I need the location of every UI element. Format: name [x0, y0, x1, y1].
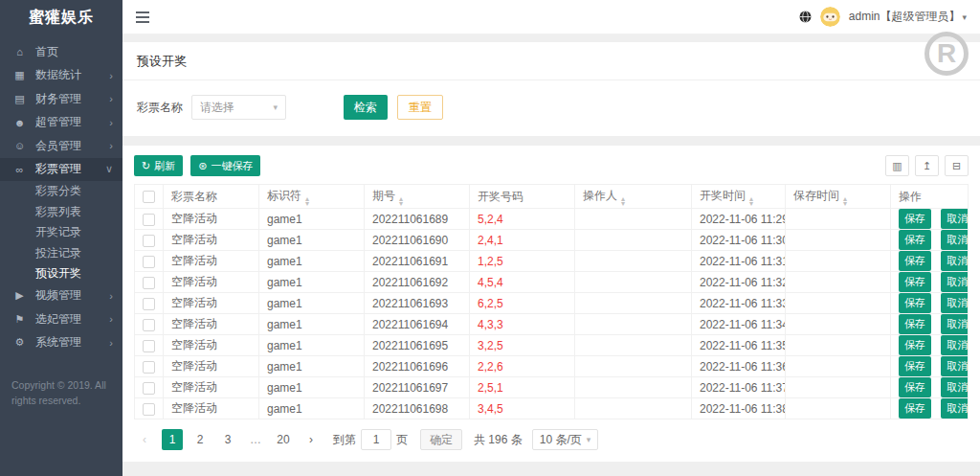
sidebar-item[interactable]: ☻ 超管管理 ›	[0, 111, 122, 135]
sort-icon[interactable]: ▴▾	[305, 196, 309, 206]
column-header[interactable]: 保存时间▴▾	[786, 185, 891, 209]
sort-icon[interactable]: ▴▾	[399, 196, 403, 206]
sidebar-item[interactable]: ⌂ 首页	[0, 40, 122, 64]
prev-page-button[interactable]: ‹	[134, 429, 155, 450]
sidebar-subitem[interactable]: 彩票列表	[0, 202, 122, 223]
row-checkbox[interactable]	[143, 361, 155, 374]
refresh-button[interactable]: ↻ 刷新	[134, 155, 183, 176]
sidebar-item[interactable]: ☺ 会员管理 ›	[0, 134, 122, 158]
row-cancel-button[interactable]: 取消	[941, 398, 968, 419]
row-checkbox[interactable]	[143, 403, 155, 416]
reset-button[interactable]: 重置	[397, 95, 443, 120]
sidebar-subitem[interactable]: 投注记录	[0, 243, 122, 264]
page-number[interactable]: 20	[273, 429, 294, 450]
row-save-button[interactable]: 保存	[899, 230, 931, 250]
cell-draw-time: 2022-11-06 11:31:02	[692, 251, 786, 272]
cell-draw-numbers: 5,2,4	[470, 209, 575, 230]
menu-toggle-icon[interactable]	[136, 11, 149, 23]
row-cancel-button[interactable]: 取消	[941, 272, 968, 292]
table-row: 空降活动 game1 202211061690 2,4,1 2022-11-06…	[135, 230, 969, 251]
row-cancel-button[interactable]: 取消	[941, 230, 968, 250]
user-menu[interactable]: admin【超级管理员】▾	[849, 9, 967, 25]
jump-page-input[interactable]	[361, 429, 391, 450]
search-button[interactable]: 检索	[344, 95, 388, 120]
sidebar-item[interactable]: ⚑ 选妃管理 ›	[0, 307, 122, 331]
language-icon[interactable]	[799, 11, 812, 23]
sort-icon[interactable]: ▴▾	[749, 196, 753, 206]
sidebar-item[interactable]: ▤ 财务管理 ›	[0, 87, 122, 111]
row-checkbox[interactable]	[143, 235, 155, 247]
sidebar-subitem[interactable]: 开奖记录	[0, 222, 122, 243]
cell-draw-numbers: 4,3,3	[470, 314, 575, 335]
sort-icon[interactable]: ▴▾	[621, 196, 625, 206]
cell-operator	[575, 398, 692, 419]
refresh-icon: ↻	[142, 160, 150, 172]
chevron-icon: ›	[109, 93, 113, 104]
row-save-button[interactable]: 保存	[899, 398, 931, 419]
sidebar-item[interactable]: ∞ 彩票管理 ∨	[0, 158, 122, 182]
avatar[interactable]	[820, 7, 840, 27]
confirm-button[interactable]: 确定	[420, 429, 462, 450]
cell-lottery-name: 空降活动	[164, 293, 259, 314]
row-checkbox[interactable]	[143, 382, 155, 395]
column-header: 彩票名称	[164, 185, 259, 209]
row-save-button[interactable]: 保存	[899, 335, 931, 355]
row-save-button[interactable]: 保存	[899, 377, 931, 397]
row-save-button[interactable]: 保存	[899, 314, 931, 334]
chevron-icon: ›	[109, 140, 113, 151]
print-icon[interactable]: ⊟	[945, 155, 969, 176]
row-save-button[interactable]: 保存	[899, 272, 931, 292]
sidebar-item[interactable]: ⚙ 系统管理 ›	[0, 331, 122, 355]
row-cancel-button[interactable]: 取消	[941, 209, 968, 229]
cell-operator	[575, 335, 692, 356]
row-save-button[interactable]: 保存	[899, 251, 931, 271]
row-save-button[interactable]: 保存	[899, 209, 931, 229]
admin-icon: ☻	[12, 117, 27, 128]
table-toolbar: ↻ 刷新 ⊛ 一键保存 ▥↥⊟	[134, 155, 969, 176]
cell-operator	[575, 209, 692, 230]
main-area: admin【超级管理员】▾ R 预设开奖 彩票名称 请选择 ▾ 检索 重置	[122, 0, 980, 476]
total-count-label: 共 196 条	[474, 432, 523, 448]
sidebar-item[interactable]: ▦ 数据统计 ›	[0, 64, 122, 88]
cell-issue-number: 202211061692	[365, 272, 470, 293]
row-save-button[interactable]: 保存	[899, 293, 931, 313]
cell-issue-number: 202211061698	[365, 398, 470, 419]
row-cancel-button[interactable]: 取消	[941, 356, 968, 376]
column-header[interactable]: 开奖时间▴▾	[692, 185, 786, 209]
row-checkbox[interactable]	[143, 298, 155, 310]
page-size-select[interactable]: 10 条/页 ▾	[532, 429, 599, 450]
row-checkbox[interactable]	[143, 277, 155, 289]
row-cancel-button[interactable]: 取消	[941, 377, 968, 397]
row-save-button[interactable]: 保存	[899, 356, 931, 376]
column-header[interactable]: 期号▴▾	[365, 185, 470, 209]
cell-operator	[575, 230, 692, 251]
table-tool-icons: ▥↥⊟	[885, 155, 969, 176]
lottery-name-select[interactable]: 请选择 ▾	[191, 95, 286, 120]
next-page-button[interactable]: ›	[301, 429, 322, 450]
cell-draw-time: 2022-11-06 11:34:02	[692, 314, 786, 335]
cell-operator	[575, 377, 692, 398]
row-cancel-button[interactable]: 取消	[941, 314, 968, 334]
page-number[interactable]: 1	[162, 429, 183, 450]
sidebar-subitem[interactable]: 彩票分类	[0, 181, 122, 202]
export-icon[interactable]: ↥	[915, 155, 939, 176]
save-all-button[interactable]: ⊛ 一键保存	[190, 155, 260, 176]
select-all-checkbox[interactable]	[143, 191, 155, 203]
cell-lottery-name: 空降活动	[164, 230, 259, 251]
sidebar-item[interactable]: ▶ 视频管理 ›	[0, 284, 122, 308]
row-checkbox[interactable]	[143, 340, 155, 352]
row-checkbox[interactable]	[143, 319, 155, 331]
row-cancel-button[interactable]: 取消	[941, 251, 968, 271]
row-cancel-button[interactable]: 取消	[941, 335, 968, 355]
page-number[interactable]: 2	[189, 429, 211, 450]
sidebar-subitem[interactable]: 预设开奖	[0, 263, 122, 284]
cell-identifier: game1	[259, 314, 365, 335]
sort-icon[interactable]: ▴▾	[843, 196, 847, 206]
row-checkbox[interactable]	[143, 256, 155, 268]
column-header[interactable]: 标识符▴▾	[259, 185, 365, 209]
page-number[interactable]: 3	[217, 429, 238, 450]
column-header[interactable]: 操作人▴▾	[575, 185, 692, 209]
row-cancel-button[interactable]: 取消	[941, 293, 968, 313]
row-checkbox[interactable]	[143, 214, 155, 226]
columns-filter-icon[interactable]: ▥	[885, 155, 909, 176]
